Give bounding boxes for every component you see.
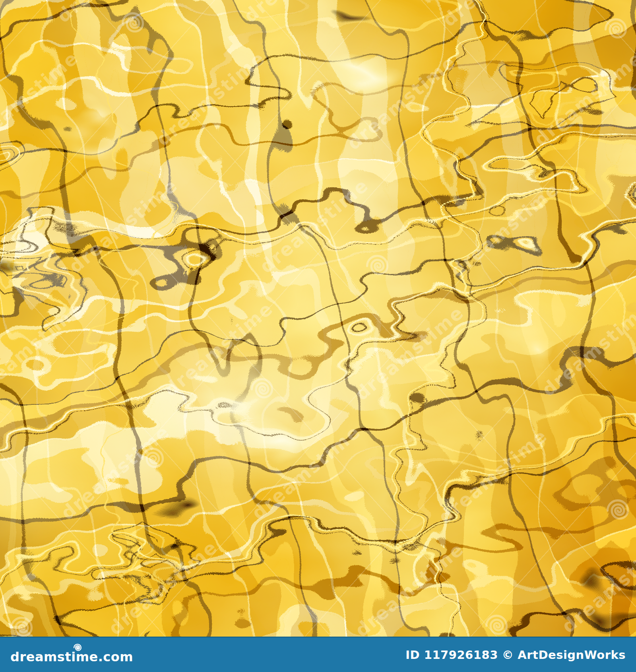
gold-texture-photo: dreamstime dreamstime dreamstime dreamst… xyxy=(0,0,636,637)
dreamstime-spiral-icon xyxy=(73,643,82,653)
dreamstime-logo-text: dreamstime.com xyxy=(10,651,133,663)
dreamstime-logo[interactable]: dreamstime.com xyxy=(10,637,133,672)
footer-bar: dreamstime.com ID 117926183 © ArtDesignW… xyxy=(0,637,636,672)
image-id: ID 117926183 xyxy=(405,648,498,662)
image-credit: ID 117926183 © ArtDesignWorks xyxy=(405,648,626,662)
copyright-symbol: © xyxy=(502,648,514,662)
author-name: ArtDesignWorks xyxy=(518,648,626,662)
gold-texture-image xyxy=(0,0,636,637)
stock-image-page: dreamstime dreamstime dreamstime dreamst… xyxy=(0,0,636,672)
